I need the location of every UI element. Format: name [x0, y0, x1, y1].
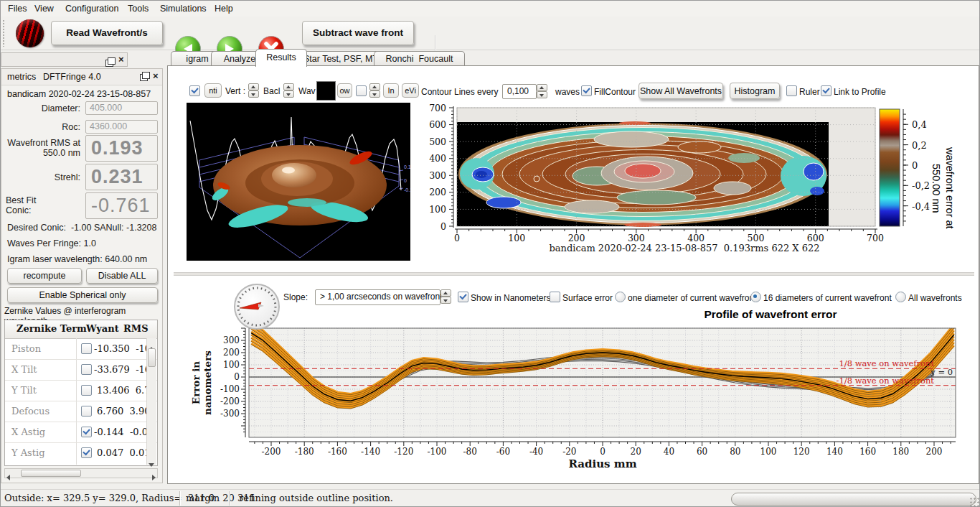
vertical-scale-label: Vert :	[225, 86, 245, 96]
profile-plot[interactable]: 1/8 wave on wavefronty = 0-1/8 wave on w…	[174, 325, 980, 479]
fill-contour-label: FillContour	[594, 87, 636, 97]
menu-help[interactable]: Help	[212, 3, 236, 14]
panel-title: DFTFringe 4.0	[43, 72, 101, 82]
surface-error-label: Surface error	[562, 293, 613, 303]
menu-view[interactable]: View	[32, 3, 57, 14]
zernike-enable-checkbox[interactable]	[81, 447, 92, 458]
show-all-wavefronts-button[interactable]: Show All Wavefronts	[639, 83, 723, 99]
sixteen-diameters-radio[interactable]	[750, 292, 761, 302]
histogram-button[interactable]: Histogram	[730, 83, 780, 99]
contour-interval-spinner[interactable]	[537, 84, 547, 99]
interferogram-thumbnail-icon[interactable]	[16, 19, 44, 47]
main-toolbar: Read Wavefront/s Subtract wave front	[1, 17, 980, 50]
all-wavefronts-radio[interactable]	[895, 292, 906, 302]
menu-tools[interactable]: Tools	[125, 3, 151, 14]
zernike-enable-checkbox[interactable]	[81, 343, 92, 354]
contour-interval-input[interactable]: 0,100	[502, 84, 537, 99]
col-rms[interactable]: RMS	[123, 323, 149, 334]
svg-text:-180: -180	[295, 447, 314, 457]
resize-grip[interactable]	[970, 498, 980, 507]
diameter-label: Diameter:	[1, 103, 80, 113]
svg-text:-40: -40	[529, 447, 543, 457]
enable-spherical-button[interactable]: Enable Spherical only	[7, 287, 158, 303]
wavefront-name: bandicam 2020-02-24 23-15-08-857	[7, 89, 151, 99]
menu-configuration[interactable]: Configuration	[62, 3, 121, 14]
viewer3d-spinner-3[interactable]	[369, 83, 380, 98]
show-in-nanometers-checkbox[interactable]	[458, 292, 468, 302]
strehl-value: 0.231	[85, 164, 158, 190]
link-to-profile-checkbox[interactable]	[821, 85, 831, 96]
svg-text:20: 20	[631, 447, 641, 457]
wavefront-3d-view[interactable]: 0.125 0 -0.125	[187, 103, 410, 261]
disable-all-button[interactable]: Disable ALL	[86, 268, 158, 284]
zernike-enable-checkbox[interactable]	[81, 385, 92, 396]
table-vertical-scrollbar[interactable]	[146, 338, 156, 465]
viewer3d-checkbox-2[interactable]	[356, 85, 367, 96]
tab-ronchi-foucault[interactable]: Ronchi Foucault	[374, 51, 465, 67]
svg-text:-200: -200	[262, 447, 281, 457]
table-row[interactable]: Piston -10.350 -10.	[5, 338, 157, 360]
zernike-table-header: Zernike Term Wyant RMS	[5, 320, 157, 339]
strehl-label: Strehl:	[1, 172, 80, 182]
igram-wavelength-line: Igram laser wavelength: 640.00 nm	[7, 254, 147, 264]
menu-simulations[interactable]: Simulations	[157, 3, 209, 14]
viewer3d-button-2[interactable]: ow	[337, 83, 352, 98]
wavefront-color-label: Wav	[298, 86, 316, 96]
svg-text:400: 400	[429, 153, 446, 164]
tab-star-test[interactable]: Star Test, PSF, MTF	[296, 51, 387, 67]
vertical-scale-spinner[interactable]	[248, 83, 259, 98]
menu-files[interactable]: Files	[5, 3, 29, 14]
metrics-tab-label[interactable]: metrics	[7, 72, 36, 82]
surface-error-checkbox[interactable]	[550, 292, 560, 302]
svg-text:0: 0	[600, 447, 606, 457]
col-zernike-term[interactable]: Zernike Term	[17, 323, 87, 334]
tab-results[interactable]: Results	[255, 49, 307, 67]
table-row[interactable]: Y Tilt 13.406 6.70	[5, 380, 157, 401]
table-row[interactable]: X Astig -0.144 -0.05	[5, 422, 157, 443]
ruler-checkbox[interactable]	[786, 85, 797, 96]
svg-text:-60: -60	[496, 447, 510, 457]
zernike-enable-checkbox[interactable]	[81, 427, 92, 437]
col-wyant[interactable]: Wyant	[86, 323, 119, 334]
results-page: nti Vert : Bacl Wav ow In eVi	[167, 65, 979, 484]
read-wavefronts-button[interactable]: Read Wavefront/s	[51, 21, 163, 45]
slope-input[interactable]: > 1,00 arcseconds on wavefront	[315, 289, 440, 305]
svg-text:-300: -300	[220, 409, 240, 419]
table-row[interactable]: Y Astig 0.047 0.019	[5, 442, 157, 463]
viewer3d-button-3[interactable]: In	[383, 83, 399, 98]
svg-text:100: 100	[508, 233, 525, 243]
svg-text:-0,2: -0,2	[912, 180, 930, 191]
one-diameter-radio[interactable]	[615, 292, 626, 302]
svg-text:200: 200	[429, 187, 446, 197]
close-icon[interactable]: ×	[153, 73, 159, 80]
recompute-button[interactable]: recompute	[7, 268, 82, 284]
zernike-enable-checkbox[interactable]	[81, 364, 92, 375]
roc-input[interactable]: 4360.000	[85, 120, 158, 134]
svg-text:140: 140	[826, 447, 843, 457]
zernike-enable-checkbox[interactable]	[81, 406, 92, 417]
svg-text:600: 600	[429, 119, 446, 130]
diameter-input[interactable]: 405.000	[85, 101, 158, 115]
slope-spinner[interactable]	[440, 289, 451, 304]
background-spinner[interactable]	[283, 83, 294, 98]
splitter-handle[interactable]	[174, 272, 974, 276]
contour-caption: bandicam 2020-02-24 23-15-08-857 0.193rm…	[469, 243, 900, 254]
roc-label: Roc:	[1, 122, 80, 132]
table-row[interactable]: Defocus 6.760 3.903	[5, 401, 157, 422]
wavefront-color-swatch[interactable]	[316, 81, 336, 101]
viewer3d-button-1[interactable]: nti	[204, 83, 222, 98]
svg-text:0: 0	[454, 233, 460, 243]
float-icon[interactable]	[140, 73, 148, 83]
close-icon[interactable]: ×	[118, 56, 124, 63]
viewer3d-button-4[interactable]: eVi	[402, 83, 419, 98]
fill-contour-checkbox[interactable]	[581, 85, 592, 96]
viewer3d-checkbox[interactable]	[189, 85, 200, 96]
table-row[interactable]: X Tilt -33.679 -16.	[5, 359, 157, 381]
toolbar-drag-handle[interactable]	[2, 19, 6, 47]
subtract-wavefront-button[interactable]: Subtract wave front	[302, 21, 414, 45]
colorbar	[880, 109, 900, 226]
svg-text:-0.125: -0.125	[404, 187, 410, 192]
zernike-table: Zernike Term Wyant RMS Piston -10.350 -1…	[4, 320, 158, 466]
table-horizontal-scrollbar[interactable]	[4, 468, 158, 478]
contour-lines-label: Contour Lines every	[421, 87, 498, 97]
